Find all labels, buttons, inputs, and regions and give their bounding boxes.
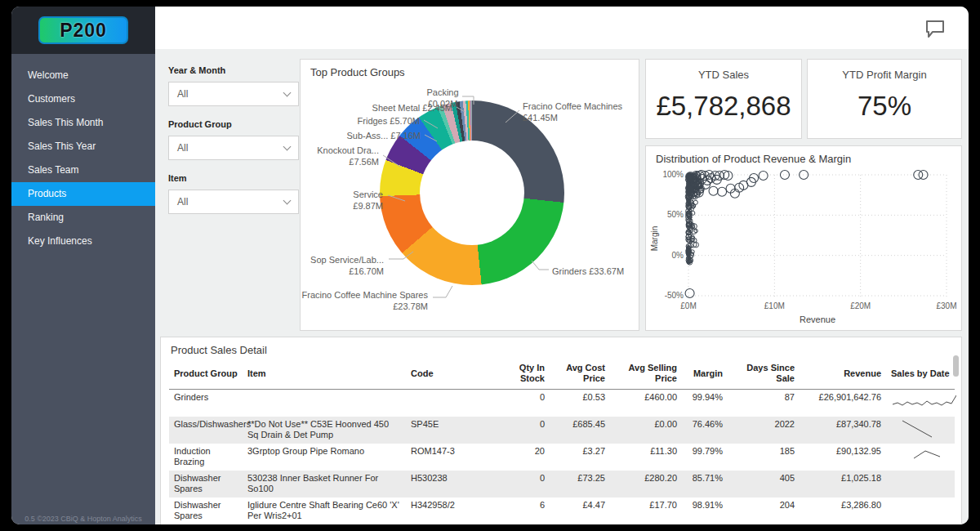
table-row[interactable]: Glass/Dishwashers**Do Not Use** C53E Hoo… [169, 417, 955, 444]
cell-sparkline [886, 417, 955, 444]
table-row[interactable]: Grinders0£0.53£460.0099.94%87£26,901,642… [169, 390, 955, 417]
cell: 0 [496, 471, 550, 498]
donut-label-knockout-dra: Knockout Dra...£7.56M [317, 145, 379, 167]
column-header-product-group[interactable]: Product Group [169, 359, 243, 390]
donut-label-grinders: Grinders £33.67M [552, 266, 624, 277]
cell: 405 [728, 471, 800, 498]
table-row[interactable]: Dishwasher Spares530238 Inner Basket Run… [169, 471, 955, 498]
filter-dropdown-product-group[interactable]: All [168, 136, 299, 160]
filter-dropdown-item[interactable]: All [168, 190, 299, 214]
cell: Iglidure Centre Shaft Bearing Ce60 'X' P… [243, 498, 406, 524]
kpi-ytd-sales: YTD Sales £5,782,868 [645, 59, 802, 139]
column-header-code[interactable]: Code [406, 359, 496, 390]
app-window: P200 WelcomeCustomersSales This MonthSal… [11, 7, 969, 524]
svg-text:50%: 50% [667, 210, 684, 219]
cell-sparkline [886, 471, 955, 498]
cell: 98.91% [682, 498, 728, 524]
svg-text:100%: 100% [662, 170, 684, 179]
sidebar-item-welcome[interactable]: Welcome [11, 64, 155, 87]
donut-label-fridges: Fridges £5.70M [358, 115, 420, 127]
comment-icon[interactable] [924, 19, 946, 38]
donut-chart[interactable] [380, 100, 564, 285]
cell: H530238 [406, 471, 496, 498]
sidebar: P200 WelcomeCustomersSales This MonthSal… [11, 7, 155, 524]
chevron-down-icon [283, 88, 292, 96]
chevron-down-icon [283, 196, 292, 204]
cell: Grinders [169, 390, 243, 417]
column-header-revenue[interactable]: Revenue [800, 359, 886, 390]
cell: £90,132.95 [800, 444, 886, 471]
version-copyright-text: 0.5 ©2023 CBiQ & Hopton Analytics [11, 515, 155, 523]
cell: Induction Brazing [169, 444, 243, 471]
sparkline [891, 500, 956, 520]
cell: 87 [728, 390, 800, 417]
cell: H342958/2 [406, 498, 496, 524]
column-header-sales-by-date[interactable]: Sales by Date [886, 359, 955, 390]
logo-area: P200 [11, 7, 155, 54]
sidebar-item-ranking[interactable]: Ranking [11, 206, 155, 230]
svg-text:Margin: Margin [650, 226, 659, 252]
cell [243, 390, 406, 417]
sidebar-item-sales-this-month[interactable]: Sales This Month [11, 111, 155, 135]
scatter-plot[interactable]: £0M£10M£20M£30M100%50%0%-50%MarginRevenu… [646, 165, 961, 328]
donut-label-packing: Packing£0.02M [406, 87, 479, 109]
product-sales-detail-card: Product Sales Detail Product GroupItemCo… [160, 337, 962, 524]
cell: SP45E [406, 417, 496, 444]
donut-label-service: Service£9.87M [353, 189, 383, 212]
cell: 185 [728, 444, 800, 471]
cell: 530238 Inner Basket Runner For So100 [243, 471, 406, 498]
sidebar-nav: WelcomeCustomersSales This MonthSales Th… [11, 64, 155, 253]
column-header-days-since-sale[interactable]: Days Since Sale [728, 359, 800, 390]
cell: £17.70 [610, 498, 682, 524]
svg-text:£0M: £0M [680, 301, 696, 310]
sparkline [891, 473, 956, 493]
cell: 0 [496, 390, 550, 417]
donut-label-fracino-coffee-machine-spares: Fracino Coffee Machine Spares£23.78M [302, 289, 429, 312]
kpi-title: YTD Sales [646, 69, 801, 81]
filter-dropdown-year-month[interactable]: All [168, 82, 299, 106]
cell: 6 [496, 498, 550, 524]
cell: Glass/Dishwashers [169, 417, 243, 444]
cell: 76.46% [682, 417, 728, 444]
cell: 20 [496, 444, 550, 471]
sidebar-item-products[interactable]: Products [11, 182, 155, 206]
table-title: Product Sales Detail [161, 337, 961, 356]
cell-sparkline [886, 444, 955, 471]
cell: Dishwasher Spares [169, 498, 243, 524]
donut-label-sop-service-lab: Sop Service/Lab...£16.70M [310, 254, 384, 277]
svg-text:£10M: £10M [764, 301, 785, 310]
table-row[interactable]: Dishwasher SparesIglidure Centre Shaft B… [169, 498, 955, 524]
column-header-qty-in-stock[interactable]: Qty In Stock [496, 359, 550, 390]
product-sales-table: Product GroupItemCodeQty In StockAvg Cos… [169, 359, 955, 524]
cell: £1,025.18 [800, 471, 886, 498]
column-header-avg-selling-price[interactable]: Avg Selling Price [610, 359, 682, 390]
table-scrollbar[interactable] [953, 355, 959, 377]
kpi-ytd-profit-margin: YTD Profit Margin 75% [807, 59, 962, 139]
sparkline [891, 446, 956, 466]
cell: £460.00 [610, 390, 682, 417]
cell: 99.79% [682, 444, 728, 471]
sidebar-item-sales-team[interactable]: Sales Team [11, 158, 155, 182]
sidebar-item-sales-this-year[interactable]: Sales This Year [11, 135, 155, 158]
kpi-value: £5,782,868 [646, 91, 801, 122]
chevron-down-icon [283, 142, 292, 150]
svg-text:Revenue: Revenue [800, 315, 835, 324]
column-header-avg-cost-price[interactable]: Avg Cost Price [550, 359, 610, 390]
cell: 204 [728, 498, 800, 524]
dropdown-value: All [177, 142, 188, 154]
sidebar-item-key-influences[interactable]: Key Influences [11, 230, 155, 253]
cell [406, 390, 496, 417]
cell: Dishwasher Spares [169, 471, 243, 498]
svg-text:£20M: £20M [850, 301, 871, 310]
table-row[interactable]: Induction Brazing3Grptop Group Pipe Roma… [169, 444, 955, 471]
cell: £73.25 [550, 471, 610, 498]
column-header-item[interactable]: Item [243, 359, 406, 390]
sparkline [891, 392, 956, 412]
cell: 99.94% [682, 390, 728, 417]
cell: 0 [496, 417, 550, 444]
sidebar-item-customers[interactable]: Customers [11, 87, 155, 111]
filter-label-year-month: Year & Month [168, 65, 299, 75]
column-header-margin[interactable]: Margin [682, 359, 728, 390]
cell: £26,901,642.76 [800, 390, 886, 417]
chart-title: Top Product Groups [301, 60, 639, 78]
